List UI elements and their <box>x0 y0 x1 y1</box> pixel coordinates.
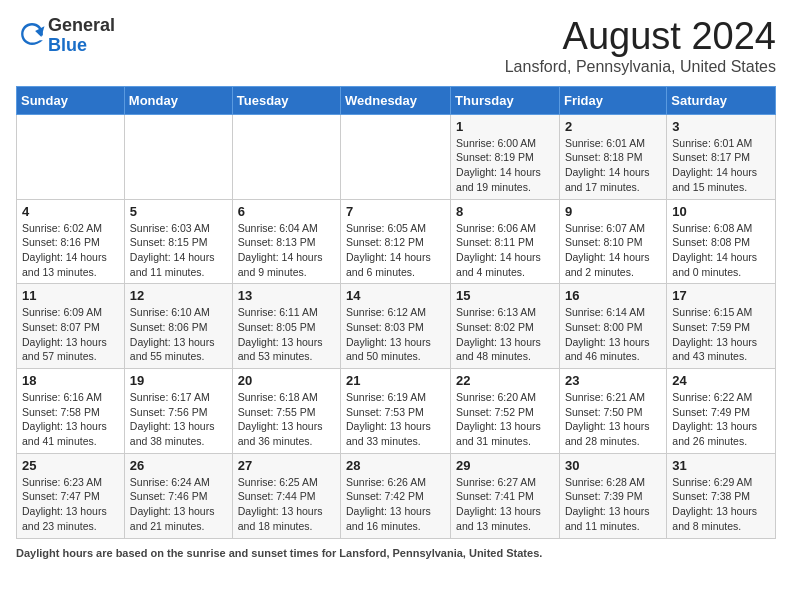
day-info: Sunrise: 6:01 AMSunset: 8:17 PMDaylight:… <box>672 137 757 193</box>
calendar-body: 1 Sunrise: 6:00 AMSunset: 8:19 PMDayligh… <box>17 114 776 538</box>
calendar-cell: 11 Sunrise: 6:09 AMSunset: 8:07 PMDaylig… <box>17 284 125 369</box>
day-number: 31 <box>672 458 770 473</box>
calendar-cell: 5 Sunrise: 6:03 AMSunset: 8:15 PMDayligh… <box>124 199 232 284</box>
day-number: 24 <box>672 373 770 388</box>
day-number: 6 <box>238 204 335 219</box>
calendar-cell: 15 Sunrise: 6:13 AMSunset: 8:02 PMDaylig… <box>451 284 560 369</box>
weekday-header-friday: Friday <box>559 86 666 114</box>
day-number: 14 <box>346 288 445 303</box>
calendar-cell: 20 Sunrise: 6:18 AMSunset: 7:55 PMDaylig… <box>232 369 340 454</box>
calendar-cell <box>232 114 340 199</box>
day-number: 10 <box>672 204 770 219</box>
day-info: Sunrise: 6:09 AMSunset: 8:07 PMDaylight:… <box>22 306 107 362</box>
weekday-header-row: SundayMondayTuesdayWednesdayThursdayFrid… <box>17 86 776 114</box>
day-info: Sunrise: 6:28 AMSunset: 7:39 PMDaylight:… <box>565 476 650 532</box>
day-number: 4 <box>22 204 119 219</box>
calendar-table: SundayMondayTuesdayWednesdayThursdayFrid… <box>16 86 776 539</box>
calendar-cell: 26 Sunrise: 6:24 AMSunset: 7:46 PMDaylig… <box>124 453 232 538</box>
footer-description: are based on the sunrise and sunset time… <box>93 547 542 559</box>
day-number: 5 <box>130 204 227 219</box>
day-number: 27 <box>238 458 335 473</box>
calendar-cell: 23 Sunrise: 6:21 AMSunset: 7:50 PMDaylig… <box>559 369 666 454</box>
day-number: 18 <box>22 373 119 388</box>
logo-general-text: General <box>48 16 115 36</box>
calendar-header: SundayMondayTuesdayWednesdayThursdayFrid… <box>17 86 776 114</box>
day-info: Sunrise: 6:14 AMSunset: 8:00 PMDaylight:… <box>565 306 650 362</box>
day-info: Sunrise: 6:12 AMSunset: 8:03 PMDaylight:… <box>346 306 431 362</box>
day-number: 23 <box>565 373 661 388</box>
calendar-cell: 31 Sunrise: 6:29 AMSunset: 7:38 PMDaylig… <box>667 453 776 538</box>
calendar-cell: 8 Sunrise: 6:06 AMSunset: 8:11 PMDayligh… <box>451 199 560 284</box>
day-info: Sunrise: 6:24 AMSunset: 7:46 PMDaylight:… <box>130 476 215 532</box>
day-number: 7 <box>346 204 445 219</box>
calendar-cell: 7 Sunrise: 6:05 AMSunset: 8:12 PMDayligh… <box>341 199 451 284</box>
day-info: Sunrise: 6:01 AMSunset: 8:18 PMDaylight:… <box>565 137 650 193</box>
day-info: Sunrise: 6:06 AMSunset: 8:11 PMDaylight:… <box>456 222 541 278</box>
day-info: Sunrise: 6:27 AMSunset: 7:41 PMDaylight:… <box>456 476 541 532</box>
day-number: 12 <box>130 288 227 303</box>
day-info: Sunrise: 6:26 AMSunset: 7:42 PMDaylight:… <box>346 476 431 532</box>
calendar-cell: 30 Sunrise: 6:28 AMSunset: 7:39 PMDaylig… <box>559 453 666 538</box>
day-info: Sunrise: 6:22 AMSunset: 7:49 PMDaylight:… <box>672 391 757 447</box>
day-info: Sunrise: 6:20 AMSunset: 7:52 PMDaylight:… <box>456 391 541 447</box>
day-info: Sunrise: 6:05 AMSunset: 8:12 PMDaylight:… <box>346 222 431 278</box>
day-info: Sunrise: 6:29 AMSunset: 7:38 PMDaylight:… <box>672 476 757 532</box>
calendar-cell: 4 Sunrise: 6:02 AMSunset: 8:16 PMDayligh… <box>17 199 125 284</box>
day-number: 11 <box>22 288 119 303</box>
logo-icon <box>18 20 46 48</box>
calendar-cell: 6 Sunrise: 6:04 AMSunset: 8:13 PMDayligh… <box>232 199 340 284</box>
calendar-week-row: 25 Sunrise: 6:23 AMSunset: 7:47 PMDaylig… <box>17 453 776 538</box>
logo-text: General Blue <box>48 16 115 56</box>
calendar-cell: 1 Sunrise: 6:00 AMSunset: 8:19 PMDayligh… <box>451 114 560 199</box>
calendar-cell: 29 Sunrise: 6:27 AMSunset: 7:41 PMDaylig… <box>451 453 560 538</box>
calendar-cell <box>17 114 125 199</box>
day-info: Sunrise: 6:16 AMSunset: 7:58 PMDaylight:… <box>22 391 107 447</box>
calendar-cell: 14 Sunrise: 6:12 AMSunset: 8:03 PMDaylig… <box>341 284 451 369</box>
weekday-header-thursday: Thursday <box>451 86 560 114</box>
calendar-cell: 16 Sunrise: 6:14 AMSunset: 8:00 PMDaylig… <box>559 284 666 369</box>
day-info: Sunrise: 6:18 AMSunset: 7:55 PMDaylight:… <box>238 391 323 447</box>
day-info: Sunrise: 6:08 AMSunset: 8:08 PMDaylight:… <box>672 222 757 278</box>
weekday-header-wednesday: Wednesday <box>341 86 451 114</box>
calendar-cell: 9 Sunrise: 6:07 AMSunset: 8:10 PMDayligh… <box>559 199 666 284</box>
day-number: 1 <box>456 119 554 134</box>
calendar-week-row: 4 Sunrise: 6:02 AMSunset: 8:16 PMDayligh… <box>17 199 776 284</box>
day-number: 16 <box>565 288 661 303</box>
weekday-header-monday: Monday <box>124 86 232 114</box>
calendar-cell <box>341 114 451 199</box>
calendar-week-row: 18 Sunrise: 6:16 AMSunset: 7:58 PMDaylig… <box>17 369 776 454</box>
logo-blue-text: Blue <box>48 36 115 56</box>
footer: Daylight hours are based on the sunrise … <box>16 547 776 559</box>
day-info: Sunrise: 6:00 AMSunset: 8:19 PMDaylight:… <box>456 137 541 193</box>
calendar-week-row: 1 Sunrise: 6:00 AMSunset: 8:19 PMDayligh… <box>17 114 776 199</box>
weekday-header-sunday: Sunday <box>17 86 125 114</box>
calendar-cell: 3 Sunrise: 6:01 AMSunset: 8:17 PMDayligh… <box>667 114 776 199</box>
day-number: 29 <box>456 458 554 473</box>
day-info: Sunrise: 6:03 AMSunset: 8:15 PMDaylight:… <box>130 222 215 278</box>
day-number: 26 <box>130 458 227 473</box>
day-info: Sunrise: 6:11 AMSunset: 8:05 PMDaylight:… <box>238 306 323 362</box>
calendar-cell: 22 Sunrise: 6:20 AMSunset: 7:52 PMDaylig… <box>451 369 560 454</box>
day-number: 15 <box>456 288 554 303</box>
day-info: Sunrise: 6:07 AMSunset: 8:10 PMDaylight:… <box>565 222 650 278</box>
day-info: Sunrise: 6:25 AMSunset: 7:44 PMDaylight:… <box>238 476 323 532</box>
page-header: General Blue August 2024 Lansford, Penns… <box>16 16 776 76</box>
day-info: Sunrise: 6:04 AMSunset: 8:13 PMDaylight:… <box>238 222 323 278</box>
month-title: August 2024 <box>505 16 776 58</box>
day-number: 30 <box>565 458 661 473</box>
calendar-cell: 10 Sunrise: 6:08 AMSunset: 8:08 PMDaylig… <box>667 199 776 284</box>
calendar-cell: 24 Sunrise: 6:22 AMSunset: 7:49 PMDaylig… <box>667 369 776 454</box>
weekday-header-saturday: Saturday <box>667 86 776 114</box>
title-block: August 2024 Lansford, Pennsylvania, Unit… <box>505 16 776 76</box>
calendar-cell: 12 Sunrise: 6:10 AMSunset: 8:06 PMDaylig… <box>124 284 232 369</box>
calendar-cell: 21 Sunrise: 6:19 AMSunset: 7:53 PMDaylig… <box>341 369 451 454</box>
day-number: 3 <box>672 119 770 134</box>
day-number: 19 <box>130 373 227 388</box>
calendar-cell: 2 Sunrise: 6:01 AMSunset: 8:18 PMDayligh… <box>559 114 666 199</box>
calendar-cell: 19 Sunrise: 6:17 AMSunset: 7:56 PMDaylig… <box>124 369 232 454</box>
calendar-cell: 25 Sunrise: 6:23 AMSunset: 7:47 PMDaylig… <box>17 453 125 538</box>
day-number: 25 <box>22 458 119 473</box>
calendar-cell: 28 Sunrise: 6:26 AMSunset: 7:42 PMDaylig… <box>341 453 451 538</box>
day-number: 2 <box>565 119 661 134</box>
calendar-cell: 18 Sunrise: 6:16 AMSunset: 7:58 PMDaylig… <box>17 369 125 454</box>
